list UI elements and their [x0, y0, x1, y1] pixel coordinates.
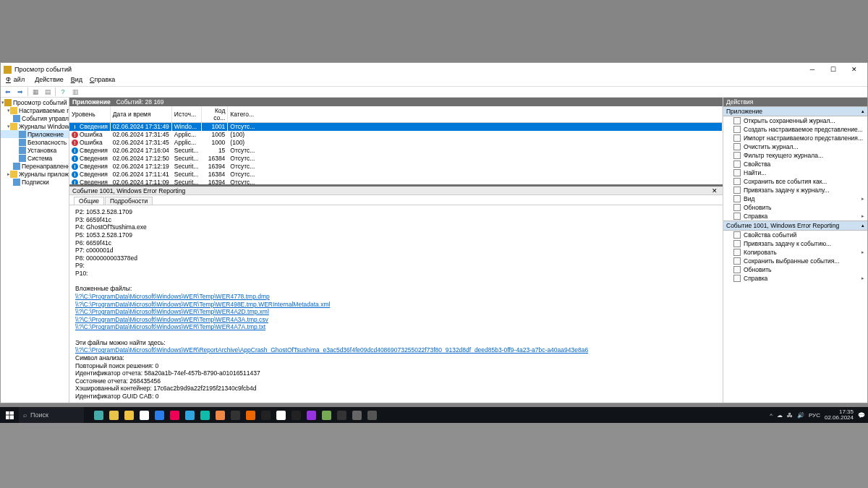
event-row[interactable]: iСведения02.06.2024 17:31:49Windo...1001…: [69, 123, 723, 131]
tree-subs[interactable]: Подписки: [1, 178, 69, 186]
taskbar-app-15[interactable]: [319, 408, 333, 422]
taskbar-app-7[interactable]: [197, 408, 212, 422]
nav-tree[interactable]: ▾Просмотр событий (Локальн▾Настраиваемые…: [1, 98, 69, 403]
event-row[interactable]: iСведения02.06.2024 17:12:19Securit...16…: [69, 163, 723, 171]
tree-root[interactable]: ▾Просмотр событий (Локальн: [1, 98, 69, 106]
system-tray[interactable]: ^ ☁ 🖧 🔊 РУС 17:3502.06.2024 💬: [770, 409, 868, 421]
tray-clock[interactable]: 17:3502.06.2024: [825, 409, 854, 421]
action-item[interactable]: Привязать задачу к журналу...: [723, 186, 867, 194]
event-row[interactable]: !Ошибка02.06.2024 17:31:45Applic...1000(…: [69, 139, 723, 147]
taskbar-app-11[interactable]: [258, 408, 273, 422]
action-item[interactable]: Обновить: [723, 203, 867, 212]
action-item[interactable]: Открыть сохраненный журнал...: [723, 116, 867, 125]
taskbar-app-8[interactable]: [213, 408, 227, 422]
action-item[interactable]: Копировать▸: [723, 248, 867, 257]
taskbar-app-0[interactable]: [91, 408, 106, 422]
close-button[interactable]: ✕: [844, 64, 864, 74]
action-item[interactable]: Очистить журнал...: [723, 142, 867, 151]
start-button[interactable]: [0, 407, 19, 423]
toolbar-action-3[interactable]: ▥: [70, 87, 80, 97]
tray-cloud-icon[interactable]: ☁: [777, 412, 783, 419]
taskbar-app-12[interactable]: [273, 408, 288, 422]
taskbar[interactable]: ⌕ Поиск ^ ☁ 🖧 🔊 РУС 17:3502.06.2024 💬: [0, 407, 868, 423]
action-item[interactable]: Обновить: [723, 265, 867, 274]
tree-forwarded[interactable]: Перенаправленные соб: [1, 162, 69, 170]
tree-custom-views[interactable]: ▾Настраиваемые представл: [1, 106, 69, 114]
taskbar-app-10[interactable]: [243, 408, 258, 422]
tree-win-logs[interactable]: ▾Журналы Windows: [1, 122, 69, 130]
event-row[interactable]: iСведения02.06.2024 17:11:41Securit...16…: [69, 171, 723, 179]
tree-application[interactable]: Приложение: [1, 130, 69, 138]
action-item[interactable]: Создать настраиваемое представление...: [723, 125, 867, 134]
taskbar-app-9[interactable]: [228, 408, 242, 422]
taskbar-app-2[interactable]: [122, 408, 136, 422]
menu-help[interactable]: Справка: [87, 76, 118, 86]
menu-view[interactable]: Вид: [68, 76, 85, 86]
action-item[interactable]: Справка▸: [723, 274, 867, 283]
tray-network-icon[interactable]: 🖧: [787, 412, 793, 419]
taskbar-app-13[interactable]: [289, 408, 303, 422]
event-row[interactable]: iСведения02.06.2024 17:12:50Securit...16…: [69, 155, 723, 163]
attached-file-link[interactable]: \\?\C:\ProgramData\Microsoft\Windows\WER…: [75, 323, 265, 330]
tree-setup[interactable]: Установка: [1, 146, 69, 154]
taskbar-app-5[interactable]: [167, 408, 182, 422]
toolbar-action-2[interactable]: ▤: [43, 87, 53, 97]
tree-system[interactable]: Система: [1, 154, 69, 162]
col-source[interactable]: Источ...: [171, 106, 202, 123]
toolbar-action-1[interactable]: ▦: [30, 87, 41, 97]
taskbar-app-6[interactable]: [182, 408, 197, 422]
attached-file-link[interactable]: \\?\C:\ProgramData\Microsoft\Windows\WER…: [75, 301, 330, 308]
action-item[interactable]: Привязать задачу к событию...: [723, 239, 867, 248]
tree-app-logs[interactable]: ▸Журналы приложений и сл: [1, 170, 69, 178]
col-level[interactable]: Уровень: [69, 106, 110, 123]
action-item[interactable]: Свойства событий: [723, 231, 867, 239]
maximize-button[interactable]: ☐: [823, 64, 843, 74]
taskbar-app-16[interactable]: [334, 408, 349, 422]
event-grid[interactable]: Уровень Дата и время Источ... Код со... …: [69, 106, 723, 184]
tree-security[interactable]: Безопасность: [1, 138, 69, 146]
col-code[interactable]: Код со...: [202, 106, 228, 123]
attached-file-link[interactable]: \\?\C:\ProgramData\Microsoft\Windows\WER…: [75, 293, 270, 300]
event-row[interactable]: iСведения02.06.2024 17:16:04Securit...15…: [69, 147, 723, 155]
detail-close-icon[interactable]: ✕: [710, 187, 720, 194]
toolbar: ⬅ ➡ ▦ ▤ ? ▥: [1, 86, 867, 98]
action-item[interactable]: Справка▸: [723, 212, 867, 221]
tab-details[interactable]: Подробности: [105, 197, 153, 205]
taskbar-app-17[interactable]: [349, 408, 364, 422]
taskbar-search[interactable]: ⌕ Поиск: [19, 407, 84, 423]
action-item[interactable]: Свойства: [723, 160, 867, 168]
col-date[interactable]: Дата и время: [110, 106, 171, 123]
taskbar-app-4[interactable]: [152, 408, 166, 422]
attached-file-link[interactable]: \\?\C:\ProgramData\Microsoft\Windows\WER…: [75, 308, 269, 315]
detail-body[interactable]: P2: 1053.2.528.1709P3: 6659f41cP4: Ghost…: [69, 205, 723, 403]
tray-volume-icon[interactable]: 🔊: [797, 412, 804, 419]
tray-notifications-icon[interactable]: 💬: [858, 412, 865, 419]
nav-back-button[interactable]: ⬅: [3, 87, 13, 97]
tray-lang[interactable]: РУС: [809, 412, 820, 419]
attached-file-link[interactable]: \\?\C:\ProgramData\Microsoft\Windows\WER…: [75, 316, 268, 323]
taskbar-app-1[interactable]: [106, 408, 121, 422]
menu-file[interactable]: Файл: [3, 76, 30, 86]
search-icon: ⌕: [23, 411, 27, 419]
help-icon[interactable]: ?: [58, 87, 68, 97]
nav-forward-button[interactable]: ➡: [15, 87, 25, 97]
tab-general[interactable]: Общие: [74, 197, 104, 205]
tree-admin-events[interactable]: События управления: [1, 114, 69, 122]
event-viewer-window: Просмотр событий ─ ☐ ✕ Файл Действие Вид…: [0, 62, 868, 403]
event-row[interactable]: iСведения02.06.2024 17:11:09Securit...16…: [69, 179, 723, 185]
action-item[interactable]: Сохранить выбранные события...: [723, 257, 867, 265]
taskbar-app-3[interactable]: [137, 408, 151, 422]
action-item[interactable]: Фильтр текущего журнала...: [723, 151, 867, 160]
col-category[interactable]: Катего...: [228, 106, 723, 123]
action-item[interactable]: Вид▸: [723, 194, 867, 203]
minimize-button[interactable]: ─: [802, 64, 822, 74]
taskbar-app-18[interactable]: [365, 408, 379, 422]
archive-link[interactable]: \\?\C:\ProgramData\Microsoft\Windows\WER…: [75, 346, 588, 354]
menu-action[interactable]: Действие: [32, 76, 67, 86]
event-row[interactable]: !Ошибка02.06.2024 17:31:45Applic...1005(…: [69, 131, 723, 139]
taskbar-app-14[interactable]: [304, 408, 318, 422]
tray-chevron-icon[interactable]: ^: [770, 412, 773, 419]
action-item[interactable]: Сохранить все события как...: [723, 177, 867, 186]
action-item[interactable]: Найти...: [723, 168, 867, 177]
action-item[interactable]: Импорт настраиваемого представления...: [723, 134, 867, 142]
